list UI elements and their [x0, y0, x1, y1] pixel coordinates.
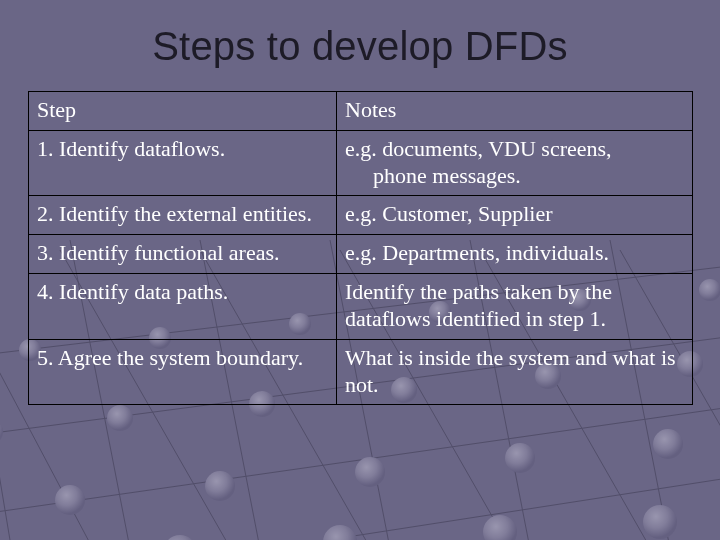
cell-notes: e.g. Departments, individuals.: [337, 235, 693, 274]
cell-notes: e.g. documents, VDU screens, phone messa…: [337, 130, 693, 196]
cell-step: 1. Identify dataflows.: [29, 130, 337, 196]
table-header-row: Step Notes: [29, 92, 693, 131]
header-step: Step: [29, 92, 337, 131]
steps-table: Step Notes 1. Identify dataflows. e.g. d…: [28, 91, 693, 405]
notes-line2: phone messages.: [345, 163, 684, 190]
table-row: 5. Agree the system boundary. What is in…: [29, 339, 693, 405]
table-row: 1. Identify dataflows. e.g. documents, V…: [29, 130, 693, 196]
table-row: 2. Identify the external entities. e.g. …: [29, 196, 693, 235]
cell-notes: Identify the paths taken by the dataflow…: [337, 274, 693, 340]
table-row: 4. Identify data paths. Identify the pat…: [29, 274, 693, 340]
table-row: 3. Identify functional areas. e.g. Depar…: [29, 235, 693, 274]
cell-notes: e.g. Customer, Supplier: [337, 196, 693, 235]
header-notes: Notes: [337, 92, 693, 131]
notes-line1: e.g. documents, VDU screens,: [345, 136, 612, 161]
slide-title: Steps to develop DFDs: [28, 24, 692, 69]
cell-step: 3. Identify functional areas.: [29, 235, 337, 274]
cell-step: 2. Identify the external entities.: [29, 196, 337, 235]
cell-step: 4. Identify data paths.: [29, 274, 337, 340]
slide: Steps to develop DFDs Step Notes 1. Iden…: [0, 0, 720, 540]
cell-step: 5. Agree the system boundary.: [29, 339, 337, 405]
cell-notes: What is inside the system and what is no…: [337, 339, 693, 405]
